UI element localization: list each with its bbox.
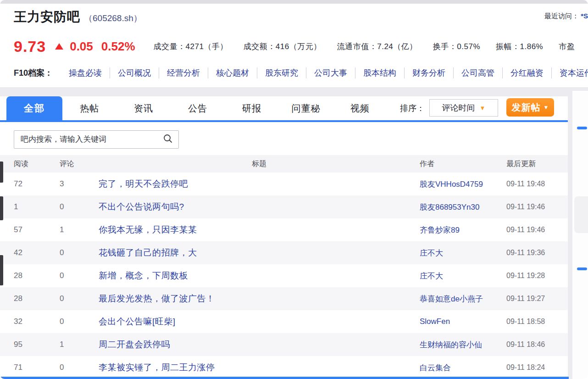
f10-link-caiwufenxi[interactable]: 财务分析 [404,67,453,78]
post-title-link[interactable]: 完了，明天不会跌停吧 [99,178,420,190]
sort-label: 排序： [400,103,425,114]
col-header-last-update: 最后更新 [505,159,573,169]
post-author-link[interactable]: 股友VHHosD4759 [420,179,505,190]
recent-visit-label: 最近访问： [544,12,579,20]
section-divider [0,87,588,96]
up-triangle-icon [55,43,63,50]
search-icon[interactable] [163,134,173,145]
table-row: 42 0 花钱砸了自己的招牌，大 庄不大 09-11 19:36 [0,241,569,264]
comment-count: 0 [60,271,99,280]
post-title-link[interactable]: 花钱砸了自己的招牌，大 [99,247,420,259]
stat-turnover-rate: 换手：0.57% [433,41,480,52]
f10-link-caopanbidu[interactable]: 操盘必读 [61,67,110,78]
comment-count: 0 [60,294,99,303]
post-time: 09-11 18:24 [505,363,573,372]
page-frame: 王力安防吧 （605268.sh） 最近访问： *S 9.73 0.05 0.5… [0,0,588,379]
comment-count: 3 [60,179,99,189]
tab-research-reports[interactable]: 研报 [225,96,279,120]
stat-market-cap: 流通市值：7.24（亿） [337,41,417,52]
f10-link-gubenjiegou[interactable]: 股本结构 [355,67,404,78]
new-post-button-label: 发新帖 [512,101,541,114]
post-author-link[interactable]: 庄不大 [420,248,505,258]
post-time: 09-11 19:46 [505,203,573,211]
sort-dropdown-value: 评论时间 [442,102,475,113]
right-gutter [568,91,572,379]
tab-ask-secretary[interactable]: 问董秘 [279,96,333,120]
comment-count: 0 [60,317,99,326]
post-time: 09-11 18:58 [505,318,573,326]
comment-count: 0 [60,363,99,372]
f10-link-hexinticai[interactable]: 核心题材 [208,67,257,78]
col-header-comments: 评论 [60,159,99,169]
stock-price: 9.73 [14,38,46,56]
read-count: 28 [14,271,60,280]
post-title-link[interactable]: 最后发光发热，做了波广告！ [99,293,420,305]
chevron-down-icon: ▼ [544,104,549,111]
post-title-link[interactable]: 会出个公告嘛[旺柴] [99,316,420,328]
tab-announcements[interactable]: 公告 [171,96,225,120]
post-table: 阅读 评论 标题 作者 最后更新 72 3 完了，明天不会跌停吧 股友VHHos… [0,155,569,379]
f10-link-gongsigaoguan[interactable]: 公司高管 [453,67,502,78]
sort-dropdown[interactable]: 评论时间 ▼ [429,99,498,117]
sidebar-bullet [577,127,587,129]
quote-row: 9.73 0.05 0.52% 成交量：4271（手） 成交额：416（万元） … [14,37,588,56]
table-row: 57 1 你我本无缘，只因李某某 齐鲁炒家89 09-11 19:46 [0,218,569,241]
post-title-link[interactable]: 新增，概念，下周数板 [99,270,420,282]
table-row: 71 0 李某被实锤了，周二王力涨停 白云集合 09-11 18:24 [0,356,569,379]
comment-count: 1 [60,225,99,234]
tab-hot-posts[interactable]: 热帖 [62,96,116,120]
post-author-link[interactable]: 生财纳福的容小仙 [420,340,505,350]
comment-count: 1 [60,340,99,349]
table-header-row: 阅读 评论 标题 作者 最后更新 [0,155,569,173]
post-author-link[interactable]: 股友868953Yn30 [420,202,505,212]
f10-link-jingyingfenxi[interactable]: 经营分析 [159,67,208,78]
col-header-reads: 阅读 [14,159,60,169]
stat-turnover-amount: 成交额：416（万元） [244,41,322,52]
post-title-link[interactable]: 李某被实锤了，周二王力涨停 [99,362,420,373]
stat-amplitude: 振幅：1.86% [496,41,543,52]
price-change-percent: 0.52% [101,39,135,54]
quote-stats: 成交量：4271（手） 成交额：416（万元） 流通市值：7.24（亿） 换手：… [154,41,575,52]
post-title-link[interactable]: 你我本无缘，只因李某某 [99,224,420,236]
window-top-edge [0,0,588,4]
tab-video[interactable]: 视频 [333,96,387,120]
post-author-link[interactable]: 恭喜如意de小燕子 [420,294,505,304]
post-title-link[interactable]: 不出个公告说两句吗? [99,201,420,213]
table-row: 72 3 完了，明天不会跌停吧 股友VHHosD4759 09-11 19:48 [0,173,569,195]
stat-volume: 成交量：4271（手） [154,41,228,52]
sidebar-bullet [577,268,587,270]
read-count: 1 [14,202,60,212]
recent-visit-link[interactable]: *S [581,12,588,20]
post-time: 09-11 19:28 [505,272,573,280]
tab-all[interactable]: 全部 [6,96,62,120]
comment-count: 0 [60,202,99,212]
post-author-link[interactable]: SlowFen [420,317,505,326]
table-row: 32 0 会出个公告嘛[旺柴] SlowFen 09-11 18:58 [0,310,569,333]
f10-link-fenhongrongzi[interactable]: 分红融资 [502,67,551,78]
new-post-button[interactable]: 发新帖 ▼ [506,98,554,117]
col-header-title: 标题 [99,159,420,169]
tab-news[interactable]: 资讯 [116,96,171,120]
post-author-link[interactable]: 白云集合 [420,362,505,373]
stock-code: （605268.sh） [84,12,142,24]
f10-link-gudongyanjiu[interactable]: 股东研究 [257,67,306,78]
post-time: 09-11 18:46 [505,340,573,349]
table-row: 28 0 最后发光发热，做了波广告！ 恭喜如意de小燕子 09-11 19:27 [0,287,569,310]
f10-link-zibenyunzuo[interactable]: 资本运作 [551,67,588,78]
f10-nav: F10档案： 操盘必读 公司概况 经营分析 核心题材 股东研究 公司大事 股本结… [14,65,588,81]
search-input[interactable] [20,134,163,145]
read-count: 42 [14,248,60,257]
post-author-link[interactable]: 齐鲁炒家89 [420,225,505,235]
post-title-link[interactable]: 周二开盘会跌停吗 [99,339,420,351]
page-title: 王力安防吧 [14,8,80,26]
stat-pe-clipped: 市盈 [559,41,575,52]
post-author-link[interactable]: 庄不大 [420,271,505,281]
read-count: 72 [14,179,60,189]
f10-link-gongsidashi[interactable]: 公司大事 [306,67,355,78]
post-time: 09-11 19:36 [505,249,573,257]
chevron-down-icon: ▼ [480,105,486,111]
forum-section: 全部 热帖 资讯 公告 研报 问董秘 视频 排序： 评论时间 ▼ 发新帖 ▼ [0,96,569,379]
f10-link-gongsigaikuang[interactable]: 公司概况 [110,67,159,78]
read-count: 32 [14,317,60,326]
bottom-blue-bar [0,377,569,379]
